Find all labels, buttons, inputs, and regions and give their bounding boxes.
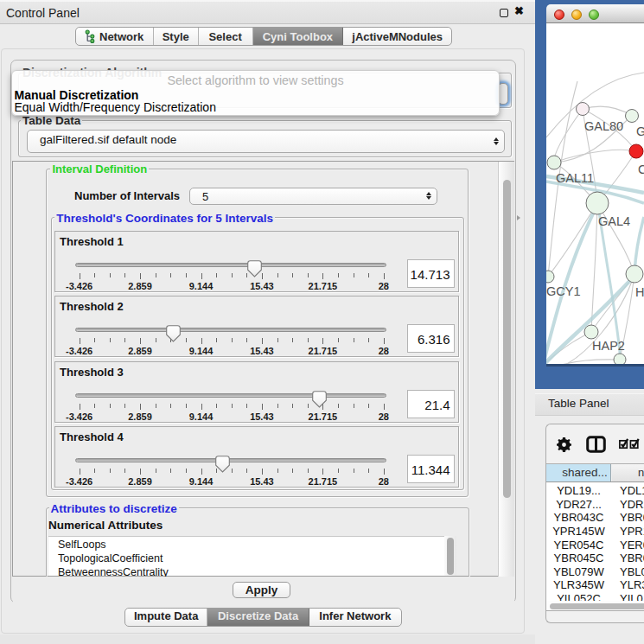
- svg-text:G: G: [636, 124, 644, 138]
- svg-text:GAL4: GAL4: [598, 214, 630, 228]
- svg-text:GAL80: GAL80: [584, 119, 623, 133]
- svg-text:GAL11: GAL11: [556, 171, 594, 185]
- svg-text:C: C: [638, 163, 644, 176]
- svg-text:GCY1: GCY1: [546, 284, 581, 298]
- svg-text:HAP2: HAP2: [592, 339, 625, 353]
- svg-text:H: H: [635, 285, 644, 299]
